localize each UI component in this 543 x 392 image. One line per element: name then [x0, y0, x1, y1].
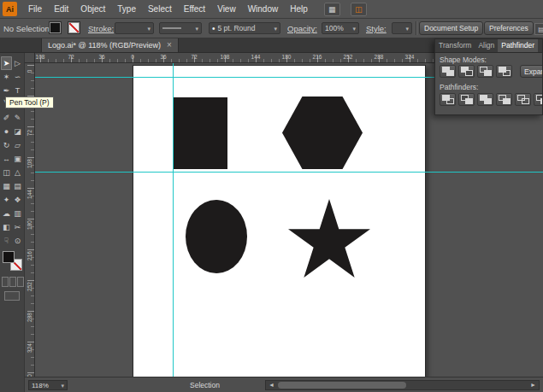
- eyedropper-tool[interactable]: ✦: [1, 193, 12, 207]
- draw-normal-icon[interactable]: [2, 277, 9, 287]
- merge-button[interactable]: [477, 93, 493, 106]
- gradient-tool[interactable]: ▤: [12, 179, 23, 193]
- menu-help[interactable]: Help: [284, 4, 314, 14]
- zoom-tool[interactable]: ⊙: [12, 234, 23, 248]
- slice-tool[interactable]: ✂: [12, 220, 23, 234]
- free-transform-tool[interactable]: ▣: [12, 152, 23, 166]
- v-ruler-label: 324: [27, 341, 32, 356]
- blend-tool[interactable]: ❖: [12, 193, 23, 207]
- v-ruler-label: 288: [27, 310, 32, 325]
- arrange-documents-icon[interactable]: [324, 3, 340, 16]
- artboard-tool[interactable]: ◧: [1, 220, 12, 234]
- h-ruler-label: 288: [369, 54, 389, 60]
- v-ruler-label: 216: [27, 249, 32, 264]
- magic-wand-tool[interactable]: ✶: [1, 70, 12, 84]
- preferences-button[interactable]: Preferences: [484, 21, 534, 35]
- tab-transform[interactable]: Transform: [435, 39, 475, 52]
- menu-select[interactable]: Select: [142, 4, 178, 14]
- merge-icon: [480, 95, 492, 104]
- document-tab-title: Logo.ai* @ 118% (RGB/Preview): [48, 41, 161, 50]
- draw-inside-icon[interactable]: [17, 277, 24, 287]
- blob-brush-tool[interactable]: ●: [1, 125, 12, 138]
- stroke-weight-combo[interactable]: [115, 22, 154, 34]
- document-tab[interactable]: Logo.ai* @ 118% (RGB/Preview) ×: [41, 38, 179, 52]
- pencil-tool[interactable]: ✎: [12, 111, 23, 125]
- rotate-tool[interactable]: ↻: [1, 138, 12, 152]
- outline-button[interactable]: [515, 93, 531, 106]
- opacity-link[interactable]: Opacity:: [287, 24, 317, 33]
- status-text: Selection: [190, 381, 220, 389]
- v-ruler-label: 72: [27, 126, 32, 141]
- style-combo[interactable]: [392, 22, 412, 34]
- scroll-left-icon[interactable]: [269, 381, 274, 389]
- unite-button[interactable]: [440, 65, 456, 78]
- shape-modes-label: Shape Modes:: [440, 56, 487, 64]
- vertical-ruler[interactable]: 03672108144180216252288324360: [25, 63, 35, 377]
- vertical-guide[interactable]: [173, 63, 174, 377]
- menu-object[interactable]: Object: [74, 4, 111, 14]
- perspective-grid-tool[interactable]: △: [12, 166, 23, 179]
- type-tool[interactable]: T: [12, 84, 23, 97]
- mesh-tool[interactable]: ▦: [1, 179, 12, 193]
- menu-file[interactable]: File: [22, 4, 48, 14]
- ruler-corner: [25, 53, 35, 63]
- paintbrush-tool[interactable]: ✐: [1, 111, 12, 125]
- workspace-switcher-icon[interactable]: [351, 3, 367, 16]
- stroke-link[interactable]: Stroke:: [88, 24, 114, 33]
- pen-tool[interactable]: ✒: [1, 84, 12, 97]
- hand-tool[interactable]: ☟: [1, 234, 12, 248]
- menu-effect[interactable]: Effect: [178, 4, 211, 14]
- h-ruler-label: 72: [184, 54, 204, 60]
- square-shape[interactable]: [174, 97, 227, 169]
- exclude-icon: [499, 67, 511, 76]
- menu-edit[interactable]: Edit: [48, 4, 74, 14]
- tab-pathfinder[interactable]: Pathfinder: [498, 39, 538, 52]
- lasso-tool[interactable]: ∽: [12, 70, 23, 84]
- v-ruler-label: 144: [27, 187, 32, 202]
- style-link[interactable]: Style:: [366, 24, 387, 33]
- brush-combo[interactable]: • 5 pt. Round: [209, 22, 280, 34]
- panel-toggle-icon[interactable]: [534, 23, 543, 35]
- screen-mode-icon[interactable]: [4, 291, 20, 301]
- illustrator-window: Ai FileEditObjectTypeSelectEffectViewWin…: [0, 0, 543, 392]
- ellipse-shape[interactable]: [186, 200, 247, 273]
- horizontal-guide[interactable]: [35, 172, 543, 173]
- scroll-right-icon[interactable]: [530, 381, 536, 389]
- scrollbar-thumb[interactable]: [278, 382, 406, 389]
- fill-color-swatch[interactable]: [50, 22, 61, 33]
- chevron-down-icon: [274, 24, 277, 32]
- tab-align[interactable]: Align: [475, 39, 498, 52]
- expand-button[interactable]: Expand: [520, 65, 543, 78]
- minus-front-button[interactable]: [458, 65, 475, 78]
- exclude-button[interactable]: [496, 65, 512, 78]
- zoom-combo[interactable]: 118%: [28, 380, 68, 390]
- h-ruler-label: 108: [35, 54, 50, 60]
- selection-tool[interactable]: ➤: [1, 56, 12, 70]
- opacity-combo[interactable]: 100%: [322, 22, 359, 34]
- fill-indicator-swatch[interactable]: [3, 251, 15, 263]
- horizontal-scrollbar[interactable]: [265, 380, 540, 390]
- column-graph-tool[interactable]: ▥: [12, 207, 23, 220]
- menu-type[interactable]: Type: [111, 4, 142, 14]
- scale-tool[interactable]: ▱: [12, 138, 23, 152]
- intersect-icon: [480, 67, 492, 76]
- crop-button[interactable]: [496, 93, 512, 106]
- close-icon[interactable]: ×: [167, 41, 172, 50]
- document-setup-button[interactable]: Document Setup: [419, 21, 483, 35]
- opacity-value: 100%: [325, 24, 344, 32]
- shape-builder-tool[interactable]: ◫: [1, 166, 12, 179]
- divide-button[interactable]: [440, 93, 456, 106]
- intersect-button[interactable]: [477, 65, 493, 78]
- symbol-sprayer-tool[interactable]: ☁: [1, 207, 12, 220]
- stroke-profile-combo[interactable]: [159, 22, 202, 34]
- trim-button[interactable]: [458, 93, 475, 106]
- menu-items: FileEditObjectTypeSelectEffectViewWindow…: [22, 0, 314, 18]
- minus-back-button[interactable]: [534, 93, 543, 106]
- width-tool[interactable]: ↔: [1, 152, 12, 166]
- stroke-color-swatch[interactable]: [68, 22, 80, 33]
- direct-selection-tool[interactable]: ▷: [12, 56, 23, 70]
- menu-window[interactable]: Window: [242, 4, 285, 14]
- draw-behind-icon[interactable]: [9, 277, 16, 287]
- menu-view[interactable]: View: [211, 4, 242, 14]
- eraser-tool[interactable]: ◪: [12, 125, 23, 138]
